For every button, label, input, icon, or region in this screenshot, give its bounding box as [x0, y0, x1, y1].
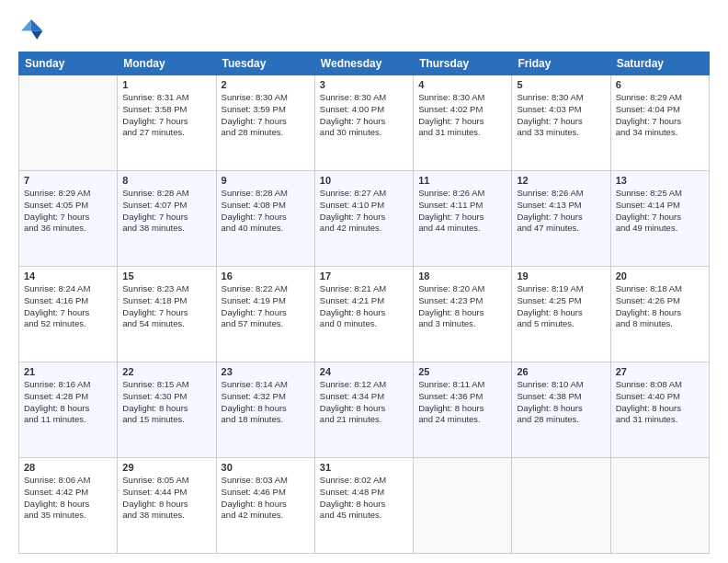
day-number: 3	[320, 79, 408, 90]
day-info: Sunrise: 8:29 AMSunset: 4:04 PMDaylight:…	[616, 92, 704, 139]
day-number: 20	[616, 270, 704, 282]
calendar-cell	[610, 458, 709, 554]
calendar-cell: 22Sunrise: 8:15 AMSunset: 4:30 PMDayligh…	[118, 362, 216, 458]
day-number: 10	[320, 175, 408, 186]
calendar-cell: 2Sunrise: 8:30 AMSunset: 3:59 PMDaylight…	[216, 75, 314, 171]
calendar-header-thursday: Thursday	[414, 52, 512, 75]
day-info: Sunrise: 8:30 AMSunset: 4:02 PMDaylight:…	[418, 92, 506, 139]
calendar-header-tuesday: Tuesday	[216, 52, 314, 75]
day-number: 7	[24, 175, 112, 186]
day-info: Sunrise: 8:26 AMSunset: 4:13 PMDaylight:…	[517, 188, 605, 235]
day-info: Sunrise: 8:15 AMSunset: 4:30 PMDaylight:…	[122, 379, 210, 426]
calendar-table: SundayMondayTuesdayWednesdayThursdayFrid…	[18, 52, 710, 554]
calendar-cell: 18Sunrise: 8:20 AMSunset: 4:23 PMDayligh…	[414, 267, 512, 362]
calendar-cell: 24Sunrise: 8:12 AMSunset: 4:34 PMDayligh…	[314, 362, 413, 458]
day-number: 11	[418, 175, 506, 186]
calendar-cell: 29Sunrise: 8:05 AMSunset: 4:44 PMDayligh…	[118, 458, 216, 554]
day-info: Sunrise: 8:14 AMSunset: 4:32 PMDaylight:…	[222, 379, 310, 426]
day-number: 23	[222, 366, 310, 377]
day-number: 24	[320, 366, 408, 377]
day-info: Sunrise: 8:24 AMSunset: 4:16 PMDaylight:…	[24, 283, 112, 330]
day-info: Sunrise: 8:31 AMSunset: 3:58 PMDaylight:…	[122, 92, 210, 139]
calendar-cell: 26Sunrise: 8:10 AMSunset: 4:38 PMDayligh…	[512, 362, 610, 458]
calendar-cell: 25Sunrise: 8:11 AMSunset: 4:36 PMDayligh…	[414, 362, 512, 458]
day-number: 6	[616, 79, 704, 90]
day-number: 31	[320, 462, 408, 473]
calendar-header-monday: Monday	[118, 52, 216, 75]
calendar-header-friday: Friday	[512, 52, 610, 75]
calendar-cell: 17Sunrise: 8:21 AMSunset: 4:21 PMDayligh…	[314, 267, 413, 362]
day-info: Sunrise: 8:23 AMSunset: 4:18 PMDaylight:…	[122, 283, 210, 330]
calendar-cell: 31Sunrise: 8:02 AMSunset: 4:48 PMDayligh…	[314, 458, 413, 554]
day-info: Sunrise: 8:08 AMSunset: 4:40 PMDaylight:…	[616, 379, 704, 426]
calendar-week-1: 7Sunrise: 8:29 AMSunset: 4:05 PMDaylight…	[19, 171, 710, 267]
day-number: 15	[122, 270, 210, 282]
day-number: 2	[222, 79, 310, 90]
calendar-cell: 28Sunrise: 8:06 AMSunset: 4:42 PMDayligh…	[19, 458, 118, 554]
calendar-header-row: SundayMondayTuesdayWednesdayThursdayFrid…	[19, 52, 710, 75]
day-info: Sunrise: 8:18 AMSunset: 4:26 PMDaylight:…	[616, 283, 704, 330]
day-info: Sunrise: 8:26 AMSunset: 4:11 PMDaylight:…	[418, 188, 506, 235]
calendar-cell: 20Sunrise: 8:18 AMSunset: 4:26 PMDayligh…	[610, 267, 709, 362]
day-number: 27	[616, 366, 704, 377]
day-info: Sunrise: 8:29 AMSunset: 4:05 PMDaylight:…	[24, 188, 112, 235]
calendar-cell: 11Sunrise: 8:26 AMSunset: 4:11 PMDayligh…	[414, 171, 512, 267]
day-info: Sunrise: 8:30 AMSunset: 4:00 PMDaylight:…	[320, 92, 408, 139]
calendar-cell: 8Sunrise: 8:28 AMSunset: 4:07 PMDaylight…	[118, 171, 216, 267]
day-number: 14	[24, 270, 112, 282]
day-info: Sunrise: 8:21 AMSunset: 4:21 PMDaylight:…	[320, 283, 408, 330]
calendar-cell: 21Sunrise: 8:16 AMSunset: 4:28 PMDayligh…	[19, 362, 118, 458]
logo	[18, 17, 46, 42]
calendar-cell: 4Sunrise: 8:30 AMSunset: 4:02 PMDaylight…	[414, 75, 512, 171]
day-number: 19	[517, 270, 605, 282]
day-number: 22	[122, 366, 210, 377]
day-info: Sunrise: 8:12 AMSunset: 4:34 PMDaylight:…	[320, 379, 408, 426]
calendar-cell: 5Sunrise: 8:30 AMSunset: 4:03 PMDaylight…	[512, 75, 610, 171]
page: SundayMondayTuesdayWednesdayThursdayFrid…	[0, 0, 728, 563]
day-info: Sunrise: 8:22 AMSunset: 4:19 PMDaylight:…	[222, 283, 310, 330]
day-info: Sunrise: 8:05 AMSunset: 4:44 PMDaylight:…	[122, 475, 210, 522]
day-number: 16	[222, 270, 310, 282]
calendar-header-saturday: Saturday	[610, 52, 709, 75]
day-number: 8	[122, 175, 210, 186]
calendar-cell: 3Sunrise: 8:30 AMSunset: 4:00 PMDaylight…	[314, 75, 413, 171]
day-number: 1	[122, 79, 210, 90]
calendar-cell: 6Sunrise: 8:29 AMSunset: 4:04 PMDaylight…	[610, 75, 709, 171]
day-number: 25	[418, 366, 506, 377]
day-info: Sunrise: 8:10 AMSunset: 4:38 PMDaylight:…	[517, 379, 605, 426]
calendar-header-wednesday: Wednesday	[314, 52, 413, 75]
day-info: Sunrise: 8:03 AMSunset: 4:46 PMDaylight:…	[222, 475, 310, 522]
calendar-week-0: 1Sunrise: 8:31 AMSunset: 3:58 PMDaylight…	[19, 75, 710, 171]
svg-marker-0	[31, 19, 42, 30]
day-number: 12	[517, 175, 605, 186]
calendar-cell	[414, 458, 512, 554]
day-number: 4	[418, 79, 506, 90]
day-info: Sunrise: 8:11 AMSunset: 4:36 PMDaylight:…	[418, 379, 506, 426]
day-info: Sunrise: 8:16 AMSunset: 4:28 PMDaylight:…	[24, 379, 112, 426]
day-info: Sunrise: 8:28 AMSunset: 4:08 PMDaylight:…	[222, 188, 310, 235]
logo-icon	[18, 17, 44, 42]
calendar-week-3: 21Sunrise: 8:16 AMSunset: 4:28 PMDayligh…	[19, 362, 710, 458]
day-info: Sunrise: 8:28 AMSunset: 4:07 PMDaylight:…	[122, 188, 210, 235]
day-number: 21	[24, 366, 112, 377]
day-number: 28	[24, 462, 112, 473]
day-info: Sunrise: 8:27 AMSunset: 4:10 PMDaylight:…	[320, 188, 408, 235]
calendar-cell	[512, 458, 610, 554]
day-info: Sunrise: 8:30 AMSunset: 4:03 PMDaylight:…	[517, 92, 605, 139]
calendar-cell: 15Sunrise: 8:23 AMSunset: 4:18 PMDayligh…	[118, 267, 216, 362]
day-info: Sunrise: 8:30 AMSunset: 3:59 PMDaylight:…	[222, 92, 310, 139]
calendar-week-2: 14Sunrise: 8:24 AMSunset: 4:16 PMDayligh…	[19, 267, 710, 362]
calendar-cell: 12Sunrise: 8:26 AMSunset: 4:13 PMDayligh…	[512, 171, 610, 267]
calendar-header-sunday: Sunday	[19, 52, 118, 75]
calendar-cell: 7Sunrise: 8:29 AMSunset: 4:05 PMDaylight…	[19, 171, 118, 267]
calendar-cell: 23Sunrise: 8:14 AMSunset: 4:32 PMDayligh…	[216, 362, 314, 458]
day-number: 26	[517, 366, 605, 377]
calendar-cell: 1Sunrise: 8:31 AMSunset: 3:58 PMDaylight…	[118, 75, 216, 171]
day-number: 9	[222, 175, 310, 186]
day-number: 29	[122, 462, 210, 473]
header	[18, 17, 710, 42]
day-info: Sunrise: 8:25 AMSunset: 4:14 PMDaylight:…	[616, 188, 704, 235]
calendar-cell: 16Sunrise: 8:22 AMSunset: 4:19 PMDayligh…	[216, 267, 314, 362]
calendar-cell: 27Sunrise: 8:08 AMSunset: 4:40 PMDayligh…	[610, 362, 709, 458]
calendar-cell: 10Sunrise: 8:27 AMSunset: 4:10 PMDayligh…	[314, 171, 413, 267]
